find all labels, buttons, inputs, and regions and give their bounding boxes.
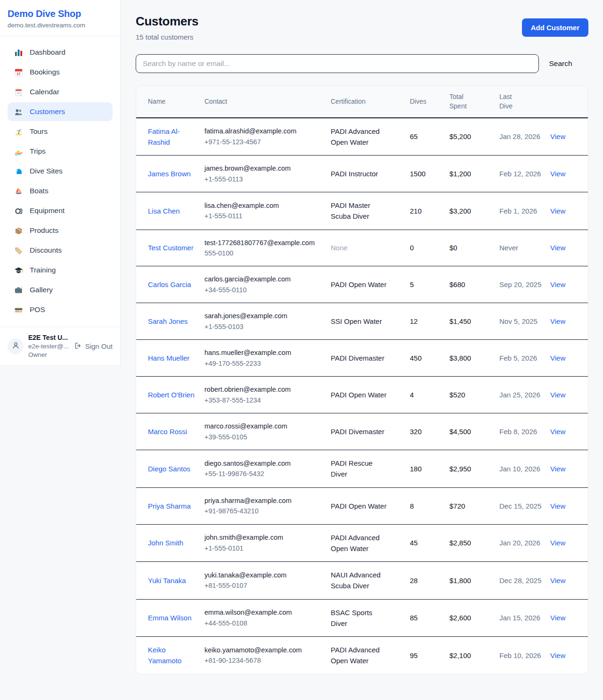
view-customer-link[interactable]: View [550,465,565,473]
sidebar-item-label: Tours [30,127,48,136]
view-customer-link[interactable]: View [550,391,565,399]
customer-name-link[interactable]: Marco Rossi [148,428,187,436]
sidebar-item-calendar[interactable]: Calendar [8,82,113,101]
customer-name-link[interactable]: Diego Santos [148,465,190,473]
sidebar-item-label: Calendar [30,88,59,96]
sidebar-item-tours[interactable]: Tours [8,122,113,141]
customer-phone: 555-0100 [204,248,325,258]
customer-certification: PADI Open Water [331,391,386,399]
sidebar-item-dive-sites[interactable]: Dive Sites [8,162,113,181]
shop-name[interactable]: Demo Dive Shop [8,8,113,19]
customer-certification: PADI Rescue Diver [331,459,373,478]
view-customer-link[interactable]: View [550,280,565,288]
view-customer-link[interactable]: View [550,576,565,585]
customer-phone: +49-170-555-2233 [204,358,325,369]
avatar [8,338,24,354]
customer-last-dive: Feb 8, 2026 [499,413,550,450]
customer-certification: PADI Open Water [331,502,386,510]
sidebar-item-customers[interactable]: Customers [8,102,113,121]
customer-phone: +81-90-1234-5678 [204,655,325,666]
table-row: Keiko Yamamotokeiko.yamamoto@example.com… [136,637,588,674]
view-customer-link[interactable]: View [550,651,565,659]
contact-cell: test-1772681807767@example.com555-0100 [204,230,331,266]
customer-email: marco.rossi@example.com [204,421,325,431]
sidebar-item-bookings[interactable]: 17Bookings [8,63,113,82]
search-button[interactable]: Search [539,59,582,68]
customer-name-link[interactable]: Carlos Garcia [148,280,191,288]
table-row: Carlos Garciacarlos.garcia@example.com+3… [136,266,588,303]
customer-email: priya.sharma@example.com [204,495,325,506]
customer-name-link[interactable]: Hans Mueller [148,354,189,362]
customer-phone: +1-555-0111 [204,211,325,221]
column-header-dives: Dives [410,86,449,118]
sidebar-item-equipment[interactable]: Equipment [8,201,113,220]
customer-total-spent: $2,600 [449,599,499,637]
view-customer-link[interactable]: View [550,539,565,547]
add-customer-button[interactable]: Add Customer [522,18,588,37]
contact-cell: robert.obrien@example.com+353-87-555-123… [204,377,331,413]
view-customer-link[interactable]: View [550,132,565,140]
search-bar: Search [136,54,588,73]
sidebar-item-label: Dashboard [30,48,65,57]
customer-phone: +91-98765-43210 [204,506,325,516]
customer-dives: 320 [410,413,449,450]
customer-dives: 450 [410,340,449,377]
view-customer-link[interactable]: View [550,614,565,622]
sidebar-item-gallery[interactable]: Gallery [8,280,113,299]
main-content: Customers 15 total customers Add Custome… [121,0,603,689]
customer-name-link[interactable]: Keiko Yamamoto [148,646,181,665]
user-info: E2E Test U... e2e-tester@... Owner [28,333,67,359]
view-customer-link[interactable]: View [550,502,565,510]
user-icon [11,341,20,352]
customer-certification: PADI Advanced Open Water [331,127,380,146]
sidebar-item-dashboard[interactable]: Dashboard [8,43,113,62]
view-customer-link[interactable]: View [550,428,565,436]
sidebar-item-label: Gallery [30,286,53,294]
sidebar-item-boats[interactable]: Boats [8,181,113,200]
sidebar-item-training[interactable]: Training [8,261,113,280]
customer-email: keiko.yamamoto@example.com [204,645,325,655]
customer-dives: 28 [410,562,449,600]
customer-dives: 12 [410,303,449,340]
customer-dives: 210 [410,192,449,230]
sign-out-button[interactable]: Sign Out [72,342,113,351]
customer-name-link[interactable]: Emma Wilson [148,614,192,622]
customer-name-link[interactable]: Lisa Chen [148,207,180,215]
sidebar-item-label: POS [30,305,45,314]
customer-total-spent: $4,500 [449,413,499,450]
table-row: Yuki Tanakayuki.tanaka@example.com+81-55… [136,562,588,600]
sidebar-item-products[interactable]: Products [8,221,113,240]
sidebar-item-pos[interactable]: POS [8,300,113,319]
customer-last-dive: Nov 5, 2025 [499,303,550,340]
view-customer-link[interactable]: View [550,317,565,325]
customer-name-link[interactable]: Test Customer [148,244,194,252]
customer-name-link[interactable]: James Brown [148,170,191,178]
customer-phone: +1-555-0113 [204,174,325,184]
user-email: e2e-tester@... [28,342,67,351]
sidebar-item-discounts[interactable]: Discounts [8,241,113,260]
customer-name-link[interactable]: John Smith [148,539,183,547]
table-row: Lisa Chenlisa.chen@example.com+1-555-011… [136,192,588,230]
view-customer-link[interactable]: View [550,207,565,215]
sidebar-item-trips[interactable]: Trips [8,142,113,161]
sidebar-item-label: Discounts [30,246,62,255]
contact-cell: emma.wilson@example.com+44-555-0108 [204,599,331,637]
search-input[interactable] [136,54,539,73]
customer-name-link[interactable]: Priya Sharma [148,502,191,510]
view-customer-link[interactable]: View [550,244,565,252]
contact-cell: marco.rossi@example.com+39-555-0105 [204,413,331,450]
customer-name-link[interactable]: Fatima Al-Rashid [148,127,180,146]
customer-name-link[interactable]: Robert O'Brien [148,391,195,399]
customer-total-spent: $1,200 [449,156,499,192]
view-customer-link[interactable]: View [550,170,565,178]
dive-mask-icon [13,206,24,215]
customer-last-dive: Jan 20, 2026 [499,524,550,562]
customer-total-spent: $1,450 [449,303,499,340]
customer-last-dive: Feb 1, 2026 [499,192,550,230]
view-customer-link[interactable]: View [550,354,565,362]
customer-certification: PADI Advanced Open Water [331,534,380,552]
customer-phone: +81-555-0107 [204,580,325,591]
customer-name-link[interactable]: Yuki Tanaka [148,576,186,585]
customer-email: hans.mueller@example.com [204,347,325,358]
customer-name-link[interactable]: Sarah Jones [148,317,187,325]
